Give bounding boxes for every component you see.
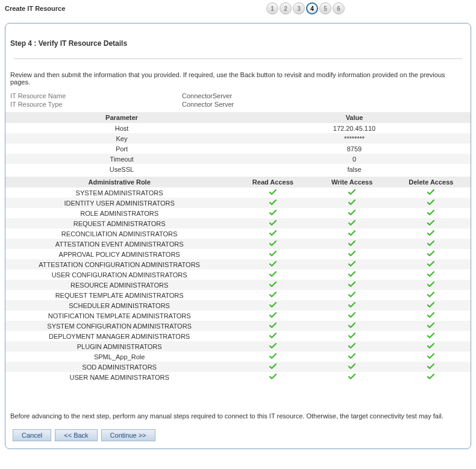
button-row: Cancel << Back Continue >> bbox=[5, 426, 471, 441]
param-value: 8759 bbox=[238, 143, 471, 154]
role-row: SOD ADMINISTRATORS bbox=[5, 362, 471, 372]
role-write-cell bbox=[313, 249, 392, 259]
role-read-cell bbox=[233, 351, 312, 362]
check-icon bbox=[427, 261, 434, 267]
check-icon bbox=[348, 333, 355, 339]
check-icon bbox=[348, 323, 355, 329]
param-row: Key******** bbox=[5, 133, 471, 143]
role-write-cell bbox=[313, 269, 392, 280]
param-name: Timeout bbox=[5, 154, 238, 164]
role-write-cell bbox=[313, 310, 392, 321]
role-write-cell bbox=[313, 290, 392, 300]
divider bbox=[14, 58, 462, 59]
role-row: ATTESTATION CONFIGURATION ADMINISTRATORS bbox=[5, 259, 471, 269]
role-del-cell bbox=[392, 310, 471, 321]
read-header: Read Access bbox=[233, 177, 312, 187]
step-circle-4: 4 bbox=[306, 2, 318, 14]
step-circle-5[interactable]: 5 bbox=[319, 2, 331, 14]
role-read-cell bbox=[233, 362, 312, 372]
check-icon bbox=[269, 261, 277, 267]
role-read-cell bbox=[233, 310, 312, 321]
role-name: PLUGIN ADMINISTRATORS bbox=[5, 341, 233, 351]
role-read-cell bbox=[233, 280, 312, 290]
check-icon bbox=[269, 271, 277, 277]
step-circle-2[interactable]: 2 bbox=[280, 2, 292, 14]
role-del-cell bbox=[392, 198, 471, 208]
role-row: USER NAME ADMINISTRATORS bbox=[5, 372, 471, 382]
check-icon bbox=[427, 200, 434, 206]
step-circle-6[interactable]: 6 bbox=[333, 2, 345, 14]
check-icon bbox=[427, 251, 434, 257]
role-name: SYSTEM CONFIGURATION ADMINISTRATORS bbox=[5, 321, 233, 331]
param-row: Port8759 bbox=[5, 143, 471, 154]
role-row: APPROVAL POLICY ADMINISTRATORS bbox=[5, 249, 471, 259]
check-icon bbox=[269, 374, 277, 380]
role-write-cell bbox=[313, 259, 392, 269]
resource-name-value: ConnectorServer bbox=[182, 92, 232, 99]
role-name: DEPLOYMENT MANAGER ADMINISTRATORS bbox=[5, 331, 233, 341]
role-row: SCHEDULER ADMINISTRATORS bbox=[5, 300, 471, 310]
check-icon bbox=[427, 323, 434, 329]
role-row: PLUGIN ADMINISTRATORS bbox=[5, 341, 471, 351]
role-read-cell bbox=[233, 249, 312, 259]
check-icon bbox=[269, 251, 277, 257]
role-read-cell bbox=[233, 218, 312, 228]
role-read-cell bbox=[233, 331, 312, 341]
check-icon bbox=[269, 220, 277, 226]
roles-table: Administrative Role Read Access Write Ac… bbox=[5, 177, 471, 382]
continue-button[interactable]: Continue >> bbox=[101, 429, 155, 441]
role-name: RESOURCE ADMINISTRATORS bbox=[5, 280, 233, 290]
role-del-cell bbox=[392, 280, 471, 290]
role-read-cell bbox=[233, 259, 312, 269]
check-icon bbox=[427, 230, 434, 236]
check-icon bbox=[427, 343, 434, 349]
role-read-cell bbox=[233, 239, 312, 249]
param-row: Timeout0 bbox=[5, 154, 471, 164]
back-button[interactable]: << Back bbox=[55, 429, 97, 441]
role-write-cell bbox=[313, 331, 392, 341]
check-icon bbox=[269, 343, 277, 349]
param-header: Parameter bbox=[5, 112, 238, 123]
role-del-cell bbox=[392, 259, 471, 269]
check-icon bbox=[427, 312, 434, 318]
param-value: ******** bbox=[238, 133, 471, 143]
role-del-cell bbox=[392, 187, 471, 198]
role-write-cell bbox=[313, 321, 392, 331]
role-name: SCHEDULER ADMINISTRATORS bbox=[5, 300, 233, 310]
check-icon bbox=[269, 323, 277, 329]
role-name: NOTIFICATION TEMPLATE ADMINISTRATORS bbox=[5, 310, 233, 321]
role-write-cell bbox=[313, 187, 392, 198]
role-row: RESOURCE ADMINISTRATORS bbox=[5, 280, 471, 290]
role-del-cell bbox=[392, 321, 471, 331]
role-read-cell bbox=[233, 208, 312, 218]
cancel-button[interactable]: Cancel bbox=[13, 429, 51, 441]
check-icon bbox=[348, 282, 355, 288]
check-icon bbox=[269, 353, 277, 359]
role-name: SPML_App_Role bbox=[5, 351, 233, 362]
role-del-cell bbox=[392, 208, 471, 218]
role-row: REQUEST TEMPLATE ADMINISTRATORS bbox=[5, 290, 471, 300]
param-value: 0 bbox=[238, 154, 471, 164]
role-read-cell bbox=[233, 269, 312, 280]
check-icon bbox=[348, 200, 355, 206]
check-icon bbox=[348, 343, 355, 349]
step-circle-1[interactable]: 1 bbox=[266, 2, 278, 14]
role-row: REQUEST ADMINISTRATORS bbox=[5, 218, 471, 228]
check-icon bbox=[427, 374, 434, 380]
check-icon bbox=[348, 364, 355, 370]
header: Create IT Resource 123456 bbox=[0, 0, 476, 19]
check-icon bbox=[427, 333, 434, 339]
resource-type-value: Connector Server bbox=[182, 101, 234, 108]
param-name: UseSSL bbox=[5, 164, 238, 174]
role-write-cell bbox=[313, 362, 392, 372]
step-circle-3[interactable]: 3 bbox=[293, 2, 305, 14]
check-icon bbox=[269, 230, 277, 236]
check-icon bbox=[348, 302, 355, 308]
param-value: 172.20.45.110 bbox=[238, 123, 471, 133]
check-icon bbox=[427, 364, 434, 370]
check-icon bbox=[269, 292, 277, 298]
role-del-cell bbox=[392, 341, 471, 351]
role-name: IDENTITY USER ADMINISTRATORS bbox=[5, 198, 233, 208]
check-icon bbox=[427, 241, 434, 247]
role-header: Administrative Role bbox=[5, 177, 233, 187]
